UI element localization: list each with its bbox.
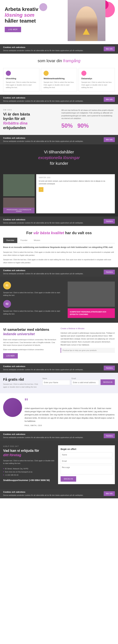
stats-row: 50% 90% bbox=[61, 122, 115, 129]
cookie-heading-1: Cookies och sekretess bbox=[3, 46, 83, 48]
why-content: VARFÖR OSS Ut enim ad minim veniam, quis… bbox=[36, 174, 115, 213]
quality-text1: Sample text. Click to select the text bo… bbox=[3, 251, 115, 256]
uni-btn[interactable]: LÄS MER bbox=[3, 353, 18, 358]
service-text-3: Sample text. Click to select the text bo… bbox=[81, 81, 112, 89]
webinar-link[interactable]: Create a Webinar in Minutes bbox=[61, 328, 115, 330]
why-text: Ut enim ad minim veniam, quis nostrud ex… bbox=[39, 180, 112, 185]
help-name-input[interactable] bbox=[61, 452, 112, 457]
quality-heading: For vår bästa kvalitet har du valt oss bbox=[3, 231, 115, 235]
about-left: OM OSS Vi är den bästa byrån för att för… bbox=[3, 109, 57, 130]
service-text-1: Sample text. Click to select the text bo… bbox=[6, 81, 37, 89]
help-highlight: ditt företag bbox=[3, 453, 21, 457]
name-input[interactable] bbox=[42, 380, 70, 385]
tips-text: Practical tips to help you grow your pro… bbox=[63, 350, 113, 351]
service-icon-3 bbox=[81, 71, 86, 76]
why-arrow-btn[interactable]: → bbox=[39, 187, 43, 192]
quality-tabs: Overview Founder Mission bbox=[3, 238, 115, 243]
tips-box: Practical tips to help you grow your pro… bbox=[61, 348, 115, 353]
cookie-body-7: Denna webbplats använder cookies för att… bbox=[3, 436, 83, 438]
email-field: Email bbox=[72, 378, 99, 385]
bullet-icon-3: ■ bbox=[3, 474, 4, 476]
why-image-bottom: PROFESSIONELL COACHNINGSUTB ILDNING bbox=[3, 198, 35, 213]
name-field: Name bbox=[42, 378, 70, 385]
uni-left: Vi samarbetar med världens ledande unive… bbox=[3, 328, 57, 359]
free-advice-text: Sample text. Click to select the text bo… bbox=[3, 383, 39, 388]
hero-title-highlight: lösning som bbox=[5, 12, 34, 18]
cookie-text-2: Cookies och sekretess Denna webbplats an… bbox=[3, 96, 83, 102]
quote-image bbox=[3, 398, 22, 417]
cookie-btn-3[interactable]: Mer info bbox=[104, 137, 115, 142]
cookie-banner-3: Cookies och sekretess Denna webbplats an… bbox=[0, 135, 118, 144]
quality-text2: Sample text. Click the text box. Click a… bbox=[3, 258, 115, 264]
cookie-body-1: Denna webbplats använder cookies för att… bbox=[3, 50, 83, 52]
cookie-body-6: Denna webbplats använder cookies för att… bbox=[3, 369, 83, 370]
why-grid: PROFESSIONELL COACHNINGSUTB ILDNING VARF… bbox=[3, 174, 115, 213]
tab-overview[interactable]: Overview bbox=[3, 238, 17, 243]
help-heading: Vad kan vi erbjuda för ditt företag bbox=[3, 448, 55, 458]
bullet-icon-1: ■ bbox=[3, 468, 4, 469]
hero-image bbox=[68, 0, 106, 41]
help-section: HJÄLP OSS 24/7 Vad kan vi erbjuda för di… bbox=[0, 440, 118, 489]
help-message-input[interactable] bbox=[61, 465, 112, 474]
cookie-banner-1: Cookies och sekretess Denna webbplats an… bbox=[0, 44, 118, 54]
about-text: Allt som kan behövas för att skapa och h… bbox=[61, 109, 115, 120]
cookie-heading-8: Cookies och sekretess bbox=[3, 491, 83, 493]
numbers-text-2: Sample text. Click to select the text bo… bbox=[3, 310, 65, 315]
cookie-btn-2[interactable]: Mer info bbox=[104, 97, 115, 102]
cookie-banner-4: Cookies och sekretess Denna webbplats an… bbox=[0, 216, 118, 226]
stat-2: 90% bbox=[77, 122, 89, 129]
why-arrow-icon: → bbox=[40, 188, 42, 191]
cookie-heading-6: Cookies och sekretess bbox=[3, 365, 83, 368]
cookie-btn-1[interactable]: Mer info bbox=[104, 46, 115, 51]
cookie-btn-7[interactable]: Hantera bbox=[104, 434, 115, 438]
help-send-btn[interactable]: SKICKA IN bbox=[61, 476, 76, 482]
hero-section: Arbeta kreativ lösning som håller teamet… bbox=[0, 0, 118, 44]
cookie-btn-5[interactable]: Hantera bbox=[104, 270, 115, 274]
free-advice-heading: Få gratis råd bbox=[3, 378, 39, 382]
cookie-heading-5: Cookies och sekretess bbox=[3, 269, 83, 272]
quote-section: " Artikel uppenbaret kum utye ligetn hög… bbox=[0, 393, 118, 431]
cookie-body-5: Denna webbplats använder cookies för att… bbox=[3, 273, 83, 274]
cookie-text-1: Cookies och sekretess Denna webbplats an… bbox=[3, 46, 83, 52]
cookie-banner-7: Cookies och sekretess Denna webbplats an… bbox=[0, 431, 118, 440]
cookie-body-3: Denna webbplats använder cookies för att… bbox=[3, 140, 83, 142]
service-title-3: Dataanalys bbox=[81, 77, 112, 80]
service-text-2: Sample text. Click to select the text bo… bbox=[44, 81, 74, 89]
about-right: Allt som kan behövas för att skapa och h… bbox=[61, 109, 115, 130]
cookie-btn-6[interactable]: Hantera bbox=[104, 366, 115, 370]
services-section: Utveckling Sample text. Click to select … bbox=[0, 65, 118, 95]
phone-number: Snabbsupportnummer (+99 6984 5698 56) bbox=[3, 479, 55, 482]
tab-mission[interactable]: Mission bbox=[31, 238, 43, 243]
tab-founder[interactable]: Founder bbox=[17, 238, 31, 243]
hero-yellow-triangle bbox=[83, 28, 90, 35]
solutions-heading: Vi tillhandahåller exceptionella lösning… bbox=[3, 149, 115, 166]
hero-cta-button[interactable]: LÄS MER bbox=[5, 27, 21, 32]
email-input[interactable] bbox=[72, 380, 99, 385]
help-list-item-1: ■ 65 Street, Network City, NYPD bbox=[3, 467, 55, 470]
cookie-btn-4[interactable]: Hantera bbox=[104, 219, 115, 224]
free-advice-form: Name Email SKICKA IN bbox=[42, 378, 115, 385]
numbers-image bbox=[68, 282, 115, 307]
help-email-input[interactable] bbox=[61, 458, 112, 464]
cookie-text-4: Cookies och sekretess Denna webbplats an… bbox=[3, 218, 83, 224]
quote-content: " Artikel uppenbaret kum utye ligetn hög… bbox=[24, 398, 115, 426]
cookie-text-8: Cookies och sekretess Denna webbplats an… bbox=[3, 491, 83, 496]
promise-heading: som lovar din framgång bbox=[3, 58, 115, 63]
cookie-body-2: Denna webbplats använder cookies för att… bbox=[3, 100, 83, 102]
quote-author: PAUL SMITH, CEO bbox=[24, 424, 115, 426]
cookie-text-5: Cookies och sekretess Denna webbplats an… bbox=[3, 269, 83, 275]
hero-content: Arbeta kreativ lösning som håller teamet… bbox=[5, 6, 52, 32]
why-image-top bbox=[3, 174, 35, 196]
cookie-heading-3: Cookies och sekretess bbox=[3, 137, 83, 139]
free-advice-submit-btn[interactable]: SKICKA IN bbox=[101, 379, 115, 385]
stat-num-2: 90% bbox=[77, 122, 89, 129]
numbers-right: KOMPETENT PERSONALSTRATEGIER OCH EFFEKTI… bbox=[68, 282, 115, 318]
help-list: ■ 65 Street, Network City, NYPD ■ Som in… bbox=[3, 467, 55, 476]
cookie-btn-8[interactable]: Mer info bbox=[104, 491, 115, 496]
promise-section: som lovar din framgång bbox=[0, 54, 118, 65]
uni-right: Create a Webinar in Minutes Interdum vel… bbox=[61, 328, 115, 359]
uni-text-1: Etiam erat volutpat scelerisque id dictu… bbox=[3, 338, 57, 347]
pink-box: KOMPETENT PERSONALSTRATEGIER OCH EFFEKTI… bbox=[68, 308, 115, 318]
email-row bbox=[61, 458, 112, 464]
service-card-2: Webbmarknadsföring Sample text. Click to… bbox=[41, 68, 77, 92]
